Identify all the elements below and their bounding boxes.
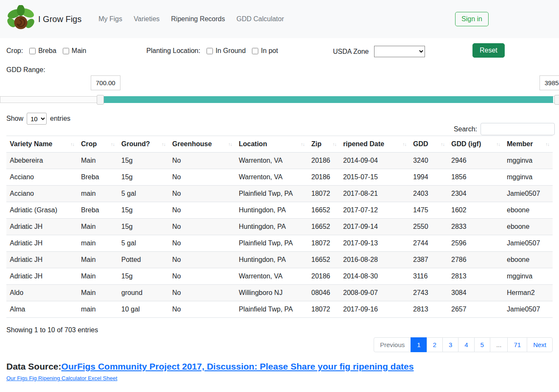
table-cell: 2014-09-04 [340,153,410,169]
crop-breba-checkbox[interactable] [29,48,36,54]
page-previous[interactable]: Previous [374,337,411,352]
table-cell: 2833 [448,219,503,235]
table-info: Showing 1 to 10 of 703 entries [6,326,553,334]
crop-main-label: Main [72,47,87,55]
column-label: Greenhouse [172,140,212,147]
table-cell: Huntingdon, PA [235,202,308,219]
column-header-gdd-igf-[interactable]: GDD (igf)↑↓ [448,136,503,153]
crop-main-option[interactable]: Main [63,47,87,55]
table-cell: Breba [78,169,118,186]
table-row: AccianoBreba15gNoWarrenton, VA201862015-… [6,169,553,186]
table-cell: Plainfield Twp, PA [235,235,308,252]
column-header-gdd[interactable]: GDD↑↓ [410,136,448,153]
table-row: AbebereiraMain15gNoWarrenton, VA20186201… [6,153,553,169]
slider-selected-range[interactable] [100,96,553,103]
table-cell: Main [78,252,118,268]
show-label: Show [6,115,23,122]
table-cell: 2744 [410,235,448,252]
page-length-select[interactable]: 10 [27,113,47,125]
table-cell: 15g [118,153,169,169]
page-4[interactable]: 4 [458,337,474,352]
nav-gdd-calculator[interactable]: GDD Calculator [237,15,284,23]
nav-my-figs[interactable]: My Figs [98,15,122,23]
table-cell: 2008-09-07 [340,285,410,301]
table-row: AldoMaingroundNoWillingboro NJ080462008-… [6,285,553,301]
page-1[interactable]: 1 [411,337,427,352]
sign-in-button[interactable]: Sign in [455,12,489,26]
column-header-location[interactable]: Location↑↓ [235,136,308,153]
page-71[interactable]: 71 [507,337,527,352]
table-cell: 15g [118,268,169,285]
crop-main-checkbox[interactable] [63,48,69,54]
in-ground-checkbox[interactable] [207,48,213,54]
gdd-range-slider[interactable] [0,95,559,105]
table-cell: 2403 [410,186,448,202]
page-2[interactable]: 2 [427,337,443,352]
table-cell: 1994 [410,169,448,186]
in-pot-option[interactable]: In pot [252,47,278,55]
table-cell: Warrenton, VA [235,268,308,285]
table-cell: main [78,301,118,318]
column-header-member[interactable]: Member↑↓ [503,136,553,153]
column-header-ripened-date[interactable]: ripened Date↑↓ [340,136,410,153]
column-header-ground-[interactable]: Ground?↑↓ [118,136,169,153]
in-ground-option[interactable]: In Ground [207,47,246,55]
column-label: Variety Name [10,140,53,147]
column-header-greenhouse[interactable]: Greenhouse↑↓ [169,136,235,153]
excel-sheet-link[interactable]: Our Figs Fig Ripening Calculator Excel S… [6,375,117,381]
column-header-zip[interactable]: Zip↑↓ [308,136,340,153]
table-cell: 2017-09-14 [340,219,410,235]
nav-varieties[interactable]: Varieties [134,15,159,23]
column-header-variety-name[interactable]: Variety Name↑↓ [6,136,78,153]
usda-zone-label: USDA Zone [333,48,369,56]
reset-button[interactable]: Reset [472,43,505,58]
table-cell: 18072 [308,186,340,202]
usda-zone-select[interactable] [374,46,425,57]
gdd-range-section: GDD Range: 700.00 3985.00 [0,65,559,108]
table-row: Adriatic (Grasa)Breba15gNoHuntingdon, PA… [6,202,553,219]
column-header-crop[interactable]: Crop↑↓ [78,136,118,153]
table-cell: Main [78,219,118,235]
slider-handle-min[interactable] [97,95,104,105]
table-header-row: Variety Name↑↓Crop↑↓Ground?↑↓Greenhouse↑… [6,136,553,153]
sort-icon: ↑↓ [111,142,115,147]
table-cell: main [78,235,118,252]
table-cell: 5 gal [118,186,169,202]
table-row: Almamain10 galNoPlainfield Twp, PA180722… [6,301,553,318]
crop-breba-label: Breba [38,47,56,55]
table-cell: ground [118,285,169,301]
nav-ripening-records[interactable]: Ripening Records [171,15,225,23]
in-pot-checkbox[interactable] [252,48,258,54]
page-3[interactable]: 3 [442,337,458,352]
table-cell: Adriatic JH [6,268,78,285]
data-source-link[interactable]: OurFigs Community Project 2017, Discussi… [61,361,414,371]
table-cell: 2813 [448,268,503,285]
table-cell: eboone [503,202,553,219]
page--: ... [490,337,508,352]
table-cell: Warrenton, VA [235,153,308,169]
crop-label: Crop: [6,47,23,55]
page-next[interactable]: Next [527,337,553,352]
table-cell: 2017-07-12 [340,202,410,219]
data-source-label: Data Source: [6,361,61,371]
table-cell: No [169,235,235,252]
page-5[interactable]: 5 [474,337,490,352]
table-row: Adriatic JHmain5 galNoPlainfield Twp, PA… [6,235,553,252]
planting-location-label: Planting Location: [146,47,200,55]
table-cell: 1475 [410,202,448,219]
table-cell: No [169,202,235,219]
sort-icon: ↑↓ [70,142,74,147]
table-cell: 1856 [448,169,503,186]
table-cell: Huntingdon, PA [235,219,308,235]
table-cell: 2016-08-28 [340,252,410,268]
table-cell: Huntingdon, PA [235,252,308,268]
table-cell: 3116 [410,268,448,285]
planting-location-filter-group: Planting Location: In Ground In pot [146,47,278,55]
search-input[interactable] [481,123,555,135]
table-row: Adriatic JHMain15gNoWarrenton, VA2018620… [6,268,553,285]
crop-breba-option[interactable]: Breba [29,47,56,55]
slider-handle-max[interactable] [554,95,559,105]
brand: I Grow Figs [7,5,81,33]
table-cell: 2596 [448,235,503,252]
table-cell: Acciano [6,169,78,186]
